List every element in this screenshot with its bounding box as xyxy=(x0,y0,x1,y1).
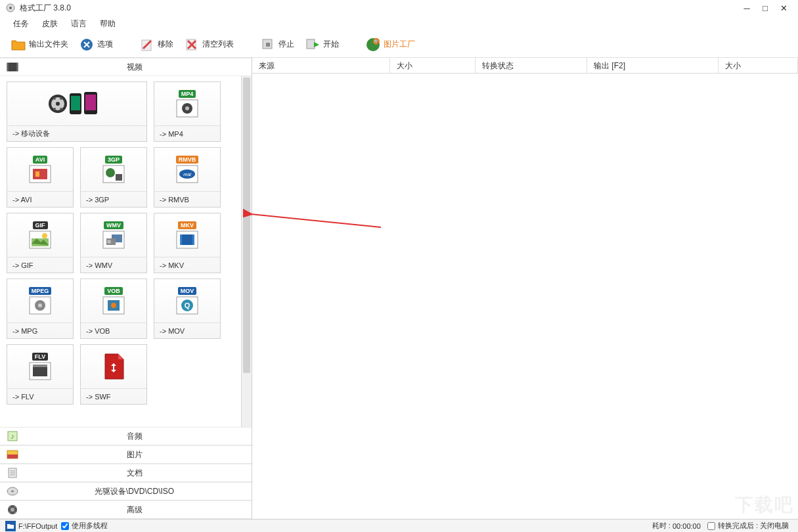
tile-vob[interactable]: VOB -> VOB xyxy=(80,278,147,339)
tile-3gp[interactable]: 3GP -> 3GP xyxy=(80,147,147,208)
th-output[interactable]: 输出 [F2] xyxy=(587,58,719,73)
format-area: -> 移动设备 MP4 -> MP4 AVI -> AVI xyxy=(0,76,252,427)
multithread-checkbox[interactable]: 使用多线程 xyxy=(61,521,108,531)
svg-point-51 xyxy=(38,303,42,307)
tile-wmv[interactable]: WMV -> WMV xyxy=(80,213,147,273)
menu-help[interactable]: 帮助 xyxy=(93,16,122,32)
th-size[interactable]: 大小 xyxy=(390,58,476,73)
tile-mpg[interactable]: MPEG -> MPG xyxy=(7,278,74,339)
close-button[interactable]: ✕ xyxy=(774,1,793,14)
svg-point-72 xyxy=(11,508,14,512)
maximize-button[interactable]: □ xyxy=(756,1,774,14)
folder-status-icon[interactable] xyxy=(5,521,16,531)
minimize-button[interactable]: ─ xyxy=(738,1,756,14)
scrollbar-thumb[interactable] xyxy=(243,78,250,373)
mkv-icon xyxy=(176,231,198,249)
svg-point-19 xyxy=(60,97,62,100)
avi-icon xyxy=(29,165,51,183)
elapsed-value: 00:00:00 xyxy=(673,522,701,530)
th-source[interactable]: 来源 xyxy=(252,58,390,73)
stop-button[interactable]: 停止 xyxy=(256,34,298,55)
svg-point-74 xyxy=(14,506,16,508)
category-video[interactable]: 视频 xyxy=(0,58,252,76)
svg-point-18 xyxy=(53,97,56,100)
tile-avi[interactable]: AVI -> AVI xyxy=(7,147,74,208)
tile-mkv[interactable]: MKV -> MKV xyxy=(154,213,221,273)
app-icon xyxy=(5,3,16,13)
titlebar: 格式工厂 3.8.0 ─ □ ✕ xyxy=(0,0,798,16)
category-document[interactable]: 文档 xyxy=(0,464,252,482)
image-factory-icon: 🔍 xyxy=(365,37,381,53)
options-button[interactable]: 选项 xyxy=(75,34,117,55)
right-panel: 来源 大小 转换状态 输出 [F2] 大小 xyxy=(252,58,798,519)
clear-button[interactable]: 清空列表 xyxy=(180,34,238,55)
category-disc[interactable]: 光驱设备\DVD\CD\ISO xyxy=(0,482,252,500)
svg-point-28 xyxy=(185,106,189,110)
svg-rect-7 xyxy=(266,43,270,47)
svg-rect-34 xyxy=(116,174,122,181)
table-body[interactable] xyxy=(252,74,798,519)
mp4-icon xyxy=(176,99,198,118)
menu-skin[interactable]: 皮肤 xyxy=(35,16,64,32)
svg-point-40 xyxy=(42,233,47,238)
output-folder-button[interactable]: 输出文件夹 xyxy=(7,34,72,55)
shutdown-checkbox[interactable]: 转换完成后 : 关闭电脑 xyxy=(707,521,789,531)
svg-point-75 xyxy=(9,512,11,514)
remove-button[interactable]: 移除 xyxy=(135,34,177,55)
vob-icon xyxy=(102,296,125,315)
svg-rect-23 xyxy=(71,96,80,110)
tile-mov[interactable]: MOVQ -> MOV xyxy=(154,278,221,339)
mobile-device-icon xyxy=(7,82,146,125)
start-icon xyxy=(305,37,321,53)
tile-rmvb[interactable]: RMVBreal -> RMVB xyxy=(154,147,221,208)
svg-text:🔍: 🔍 xyxy=(374,39,380,45)
disc-icon xyxy=(7,485,18,497)
output-path: F:\FFOutput xyxy=(18,522,57,530)
statusbar: F:\FFOutput 使用多线程 耗时 : 00:00:00 转换完成后 : … xyxy=(0,519,798,532)
menu-task[interactable]: 任务 xyxy=(7,16,35,32)
svg-point-44 xyxy=(107,240,111,244)
svg-point-21 xyxy=(60,108,62,110)
flv-icon xyxy=(29,362,51,380)
menu-lang[interactable]: 语言 xyxy=(64,16,93,32)
svg-point-17 xyxy=(56,102,60,106)
svg-point-73 xyxy=(9,506,11,508)
category-advanced[interactable]: 高级 xyxy=(0,500,252,519)
tile-swf[interactable]: -> SWF xyxy=(80,344,147,405)
svg-point-76 xyxy=(14,512,16,514)
svg-rect-30 xyxy=(33,169,47,179)
menubar: 任务 皮肤 语言 帮助 xyxy=(0,16,798,32)
svg-rect-25 xyxy=(85,95,96,110)
svg-rect-64 xyxy=(7,454,18,458)
svg-text:♪: ♪ xyxy=(11,432,14,440)
options-icon xyxy=(79,37,95,53)
tile-gif[interactable]: GIF -> GIF xyxy=(7,213,74,273)
scrollbar[interactable] xyxy=(241,76,252,427)
svg-text:Q: Q xyxy=(185,301,190,309)
svg-point-20 xyxy=(53,108,56,110)
3gp-icon xyxy=(102,165,125,183)
toolbar: 输出文件夹 选项 移除 清空列表 停止 开始 🔍 图片工厂 xyxy=(0,32,798,58)
video-icon xyxy=(7,61,18,73)
tile-mp4[interactable]: MP4 -> MP4 xyxy=(154,81,221,142)
format-grid: -> 移动设备 MP4 -> MP4 AVI -> AVI xyxy=(0,76,241,427)
category-picture[interactable]: 图片 xyxy=(0,445,252,464)
stop-icon xyxy=(260,37,276,53)
svg-rect-14 xyxy=(16,63,18,71)
th-size2[interactable]: 大小 xyxy=(719,58,798,73)
svg-rect-12 xyxy=(7,63,18,71)
wmv-icon xyxy=(102,231,125,249)
category-audio[interactable]: ♪ 音频 xyxy=(0,427,252,445)
main-area: 视频 -> 移动设备 xyxy=(0,58,798,519)
tile-flv[interactable]: FLV -> FLV xyxy=(7,344,74,405)
picture-icon xyxy=(7,449,18,460)
svg-point-70 xyxy=(11,491,14,493)
mpg-icon xyxy=(29,296,51,315)
image-factory-button[interactable]: 🔍 图片工厂 xyxy=(361,34,419,55)
tile-mobile[interactable]: -> 移动设备 xyxy=(7,81,147,142)
clear-icon xyxy=(184,37,200,53)
svg-rect-8 xyxy=(307,39,315,49)
start-button[interactable]: 开始 xyxy=(301,34,343,55)
th-status[interactable]: 转换状态 xyxy=(476,58,587,73)
gif-icon xyxy=(29,231,51,249)
